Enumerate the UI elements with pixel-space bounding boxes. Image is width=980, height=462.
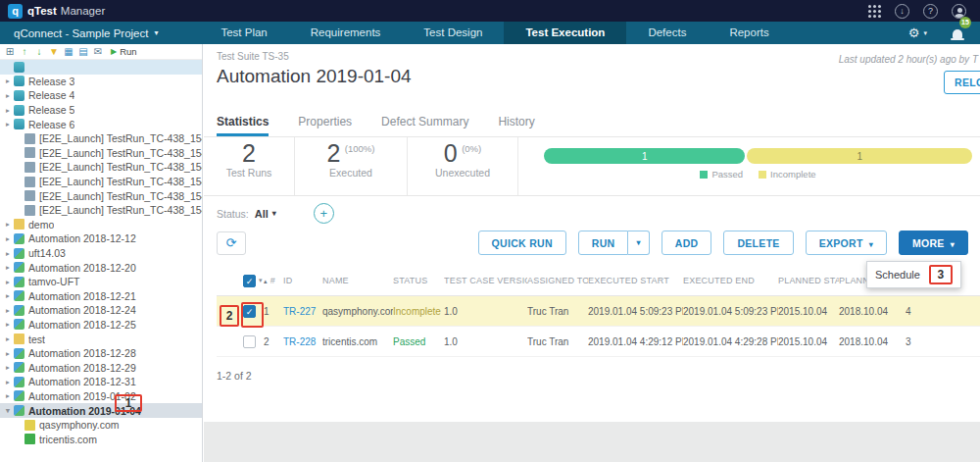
tree-item-tricentis[interactable]: tricentis.com [0, 432, 202, 446]
notifications-bell-icon[interactable]: 15 [953, 25, 962, 42]
tree-item-e2e-testrun[interactable]: [E2E_Launch] TestRun_TC-438_154467612786… [0, 131, 202, 146]
expander-icon[interactable]: ▸ [3, 278, 13, 286]
test-run-row[interactable]: 2 TR-228 tricentis.com Passed 1.0 Truc T… [217, 327, 980, 357]
select-all-checkbox[interactable]: ✓ [243, 275, 256, 287]
expander-icon[interactable]: ▸ [3, 106, 13, 115]
tree-item-automation-2018-12-12[interactable]: ▸ Automation 2018-12-12 [0, 231, 202, 246]
grid-icon[interactable]: ▦ [62, 45, 75, 59]
column-header-planned-start-date[interactable]: PLANNED START DATE [778, 276, 839, 285]
expander-icon[interactable]: ▸ [3, 291, 13, 300]
nav-tab-test-execution[interactable]: Test Execution [504, 22, 626, 44]
expander-icon[interactable]: ▸ [3, 220, 13, 229]
tree-item-release-3[interactable]: ▸ Release 3 [0, 75, 202, 89]
apps-grid-icon[interactable] [867, 4, 881, 18]
move-up-icon[interactable]: ↑ [18, 45, 31, 59]
help-icon[interactable]: ? [923, 4, 938, 19]
test-run-id-link[interactable]: TR-227 [283, 306, 322, 317]
expander-icon[interactable]: ▸ [3, 349, 13, 358]
test-run-row[interactable]: ✓ 1 TR-227 qasymphony.com Incomplete 1.0… [217, 296, 980, 327]
tab-properties[interactable]: Properties [298, 109, 352, 136]
column-header-test-case-version[interactable]: TEST CASE VERSION [444, 276, 527, 285]
expander-icon[interactable]: ▸ [3, 391, 13, 400]
tree-item-automation-2018-12-21[interactable]: ▸ Automation 2018-12-21 [0, 289, 202, 304]
expander-icon[interactable]: ▸ [3, 91, 13, 100]
expander-icon[interactable]: ▸ [3, 249, 13, 258]
expander-icon[interactable]: ▸ [3, 234, 13, 243]
tree-item-automation-2018-12-31[interactable]: ▸ Automation 2018-12-31 [0, 375, 202, 389]
export-button[interactable]: EXPORT▾ [806, 231, 887, 255]
download-icon[interactable]: ↓ [895, 4, 909, 19]
column-header-executed-end[interactable]: EXECUTED END [683, 276, 778, 285]
column-header-executed-start[interactable]: EXECUTED START [588, 276, 683, 285]
tree-item-label: Automation 2018-12-24 [28, 304, 136, 316]
tab-defect-summary[interactable]: Defect Summary [381, 109, 468, 136]
expander-icon[interactable]: ▸ [3, 77, 13, 85]
column-header-number[interactable]: ▴# [264, 276, 283, 285]
settings-gear-icon[interactable]: ⚙ ▾ [908, 26, 927, 40]
tree-item-automation-2018-12-25[interactable]: ▸ Automation 2018-12-25 [0, 318, 202, 333]
expander-icon[interactable]: ▸ [3, 306, 13, 315]
tree-item-demo[interactable]: ▸ demo [0, 218, 202, 232]
tree-item-test[interactable]: ▸ test [0, 332, 202, 346]
tree-item-automation-2018-12-28[interactable]: ▸ Automation 2018-12-28 [0, 346, 202, 361]
nav-tab-reports[interactable]: Reports [708, 22, 790, 44]
nav-tab-test-design[interactable]: Test Design [402, 22, 504, 44]
menu-item-schedule[interactable]: Schedule [875, 269, 920, 281]
column-header-id[interactable]: ID [283, 276, 322, 285]
run-dropdown-button[interactable]: ▾ [628, 231, 649, 255]
nav-tab-requirements[interactable]: Requirements [289, 22, 403, 44]
refresh-button[interactable]: ⟳ [217, 231, 246, 255]
tab-history[interactable]: History [498, 109, 534, 136]
column-header-name[interactable]: NAME [322, 276, 393, 285]
annotation-2: 2 [220, 305, 239, 327]
status-filter-dropdown[interactable]: All ▾ [255, 208, 276, 220]
run-button-sidebar[interactable]: ▶ Run [111, 46, 137, 57]
nav-tab-test-plan[interactable]: Test Plan [199, 22, 288, 44]
run-button[interactable]: RUN [578, 231, 629, 255]
expander-icon[interactable]: ▸ [3, 120, 13, 128]
nav-tab-defects[interactable]: Defects [626, 22, 708, 44]
more-button[interactable]: MORE▾ [899, 231, 968, 255]
tree-item-e2e-testrun[interactable]: [E2E_Launch] TestRun_TC-438_154467612786… [0, 146, 202, 161]
move-down-icon[interactable]: ↓ [32, 45, 46, 59]
tree-item-release-6[interactable]: ▸ Release 6 [0, 117, 202, 131]
add-filter-button[interactable]: + [314, 203, 334, 224]
expander-icon[interactable]: ▸ [3, 263, 13, 272]
delete-button[interactable]: DELETE [723, 231, 793, 255]
tab-statistics[interactable]: Statistics [217, 109, 269, 136]
project-selector[interactable]: qConnect - Sample Project ▾ [0, 27, 172, 39]
expander-icon[interactable]: ▸ [3, 320, 13, 329]
tree-item-e2e-testrun[interactable]: [E2E_Launch] TestRun_TC-438_154467612786… [0, 203, 202, 218]
column-header-status[interactable]: STATUS [393, 276, 444, 285]
tree-item-tamvo-uft[interactable]: ▸ tamvo-UFT [0, 275, 202, 289]
tree-item-automation-2019-01-02[interactable]: ▸ Automation 2019-01-02 [0, 389, 202, 404]
mail-icon[interactable]: ✉ [91, 45, 105, 59]
tree-item-e2e-testrun[interactable]: [E2E_Launch] TestRun_TC-438_154467612786… [0, 160, 202, 175]
sitemap-icon[interactable]: ⊞ [3, 45, 17, 59]
tree-item-label: [E2E_Launch] TestRun_TC-438_154467612786… [39, 147, 202, 159]
expander-icon[interactable]: ▸ [3, 334, 13, 343]
add-button[interactable]: ADD [662, 231, 712, 255]
tree-item-release-5[interactable]: ▸ Release 5 [0, 103, 202, 118]
tree-item-automation-2018-12-24[interactable]: ▸ Automation 2018-12-24 [0, 303, 202, 318]
filter-icon[interactable]: ▼ [47, 45, 61, 59]
columns-icon[interactable]: ▤ [76, 45, 90, 59]
column-header-assigned-to[interactable]: ASSIGNED TO [527, 276, 588, 285]
quick-run-button[interactable]: QUICK RUN [478, 231, 566, 255]
tree-item-automation-2019-01-04[interactable]: ▾ Automation 2019-01-04 [0, 403, 202, 418]
expander-icon[interactable]: ▸ [3, 363, 13, 372]
tree-item-release-4[interactable]: ▸ Release 4 [0, 88, 202, 103]
tree-item-partial[interactable] [0, 60, 202, 75]
tree-item-e2e-testrun[interactable]: [E2E_Launch] TestRun_TC-438_154467612786… [0, 175, 202, 189]
tree-item-qasymphony[interactable]: qasymphony.com [0, 418, 202, 433]
expander-icon[interactable]: ▾ [3, 406, 13, 415]
tree-item-e2e-testrun[interactable]: [E2E_Launch] TestRun_TC-438_154467612786… [0, 188, 202, 203]
expander-icon[interactable]: ▸ [3, 378, 13, 386]
chevron-down-icon[interactable]: ▾ [259, 277, 263, 284]
tree-item-automation-2018-12-20[interactable]: ▸ Automation 2018-12-20 [0, 260, 202, 275]
test-run-id-link[interactable]: TR-228 [283, 336, 322, 347]
tree-item-automation-2018-12-29[interactable]: ▸ Automation 2018-12-29 [0, 360, 202, 375]
tree-item-uft14-03[interactable]: ▸ uft14.03 [0, 246, 202, 261]
row-checkbox[interactable] [243, 335, 256, 348]
reload-button[interactable]: RELOAD [944, 71, 980, 94]
